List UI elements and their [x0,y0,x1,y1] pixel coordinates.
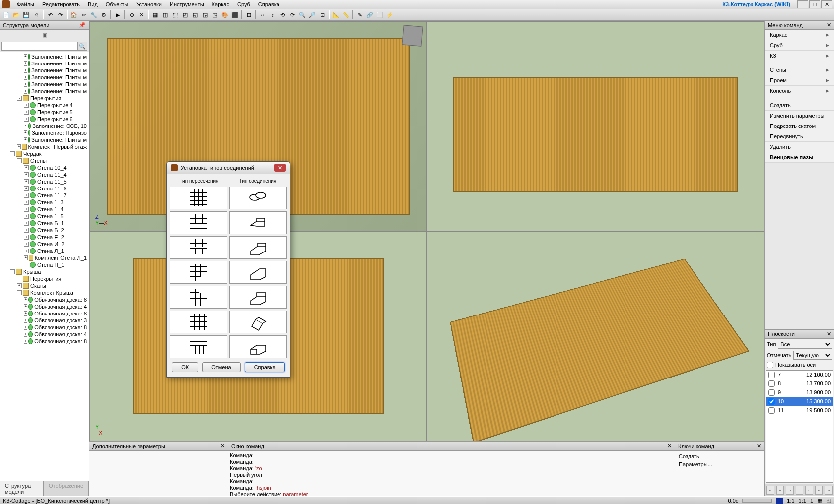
tree-expand-icon[interactable]: + [24,103,29,108]
tree-expand-icon[interactable]: + [24,235,29,240]
tree-item[interactable]: -Стены [1,157,88,164]
tree-expand-icon[interactable]: + [24,137,27,142]
command-menu-item[interactable]: Стены▶ [765,65,834,75]
toolbar-button[interactable]: ⚙ [99,10,108,19]
tree-expand-icon[interactable]: + [24,207,29,212]
plane-item[interactable]: 712 100,00 [766,371,833,379]
tree-item[interactable]: +Обвязочная доска: 8 [1,324,88,331]
plane-checkbox[interactable] [768,380,775,387]
tree-expand-icon[interactable]: + [24,339,27,344]
command-menu-item[interactable]: К3▶ [765,51,834,61]
tree-item[interactable]: +Обвязочная доска: 4 [1,331,88,338]
tree-item[interactable]: +Заполнение: Плиты м [1,136,88,143]
tree-expand-icon[interactable]: + [24,304,27,309]
tree-expand-icon[interactable]: + [24,117,29,122]
toolbar-button[interactable]: 🎨 [220,10,229,19]
tree-item[interactable]: +Стена Б_2 [1,227,88,234]
toolbar-button[interactable]: 🔍 [298,10,307,19]
tree-expand-icon[interactable]: + [24,200,29,205]
plane-item[interactable]: 813 700,00 [766,379,833,388]
toolbar-button[interactable]: ↶ [46,10,55,19]
intersection-type-button[interactable] [170,286,227,309]
toolbar-button[interactable]: ⟳ [288,10,297,19]
tree-item[interactable]: +Стена 10_4 [1,164,88,171]
command-menu-item[interactable]: Изменить параметры [765,111,834,121]
plane-checkbox[interactable] [768,398,775,405]
toolbar-button[interactable]: ⊞ [244,10,253,19]
tree-item[interactable]: +Перекрытие 6 [1,116,88,123]
command-key-item[interactable]: Создать [677,452,763,460]
tree-expand-icon[interactable]: + [24,179,29,184]
toolbar-button[interactable]: ◱ [191,10,200,19]
planes-tool-button[interactable]: ▫ [796,486,804,495]
tree-item[interactable]: +Комплект Стена Л_1 [1,254,88,261]
tree-expand-icon[interactable]: - [17,96,22,101]
toolbar-button[interactable]: ↔ [258,10,267,19]
tree-expand-icon[interactable]: + [24,124,27,128]
tab-structure[interactable]: Структура модели [0,481,44,496]
command-menu-item[interactable]: Сруб▶ [765,40,834,51]
status-tool-icon[interactable]: ▦ [817,497,822,504]
intersection-type-button[interactable] [170,311,227,333]
tree-item[interactable]: -Перекрытия [1,95,88,102]
maximize-button[interactable]: □ [809,0,820,8]
tree-expand-icon[interactable]: + [17,144,21,149]
menu-Редактировать[interactable]: Редактировать [38,0,84,8]
toolbar-button[interactable]: 🔎 [308,10,317,19]
tab-display[interactable]: Отображение [44,481,89,496]
tree-item[interactable]: +Стена 11_4 [1,171,88,178]
tree-expand-icon[interactable]: + [24,249,29,253]
toolbar-button[interactable]: 📐 [332,10,341,19]
intersection-type-button[interactable] [170,335,227,358]
plane-checkbox[interactable] [768,389,775,396]
toolbar-button[interactable]: ✕ [137,10,146,19]
plane-item[interactable]: 1119 500,00 [766,406,833,415]
toolbar-button[interactable]: 🔧 [89,10,98,19]
planes-type-select[interactable]: Все [778,340,832,349]
dialog-close-button[interactable]: ✕ [274,164,286,172]
tree-expand-icon[interactable]: + [24,228,29,233]
panel-close-icon[interactable]: ✕ [757,443,761,449]
planes-tool-button[interactable]: ▫ [786,486,794,495]
tree-search-button[interactable]: 🔍 [77,42,87,51]
tree-expand-icon[interactable]: + [24,82,27,87]
tree-expand-icon[interactable]: + [24,332,27,337]
tree-expand-icon[interactable]: + [24,172,29,177]
tree-item[interactable]: +Стена Е_2 [1,234,88,241]
intersection-type-button[interactable] [170,187,227,209]
tree-item[interactable]: +Заполнение: Плиты м [1,67,88,74]
command-menu-item[interactable]: Удалить [765,142,834,152]
tree-item[interactable]: -Комплект Крыша [1,289,88,296]
status-color-icon[interactable] [776,498,783,504]
tree-item[interactable]: +Перекрытие 5 [1,109,88,116]
planes-tool-button[interactable]: ▫ [825,486,833,495]
toolbar-button[interactable]: ✎ [355,10,364,19]
tree-item[interactable]: +Заполнение: Плиты м [1,53,88,60]
tree-item[interactable]: +Заполнение: ОСБ, 10 [1,123,88,129]
command-menu-item[interactable]: Консоль▶ [765,86,834,96]
tree-expand-icon[interactable]: + [24,75,27,80]
panel-close-icon[interactable]: ✕ [827,22,831,28]
planes-tool-button[interactable]: ▫ [815,486,823,495]
panel-pin-icon[interactable]: 📌 [79,22,86,28]
toolbar-button[interactable]: 📂 [12,10,21,19]
menu-Вид[interactable]: Вид [84,0,102,8]
toolbar-button[interactable]: ◫ [161,10,170,19]
planes-list[interactable]: 712 100,00813 700,00913 900,001015 300,0… [766,370,833,483]
tree-item[interactable]: +Заполнение: Плиты м [1,74,88,81]
planes-tool-button[interactable]: ▫ [776,486,784,495]
menu-Сруб[interactable]: Сруб [233,0,254,8]
navigation-cube[interactable] [402,25,423,46]
tree-expand-icon[interactable]: + [17,283,22,288]
toolbar-button[interactable]: ↕ [268,10,277,19]
panel-close-icon[interactable]: ✕ [220,443,225,449]
tree-item[interactable]: +Стена 11_5 [1,178,88,185]
toolbar-button[interactable]: ⊡ [318,10,327,19]
tree-item[interactable]: +Стена Б_1 [1,220,88,227]
plane-item[interactable]: 913 900,00 [766,388,833,397]
tree-expand-icon[interactable]: + [24,61,27,66]
tree-expand-icon[interactable]: + [24,242,29,247]
toolbar-button[interactable]: 🔗 [365,10,374,19]
tree-expand-icon[interactable]: - [17,158,22,163]
tree-expand-icon[interactable]: + [24,54,27,59]
